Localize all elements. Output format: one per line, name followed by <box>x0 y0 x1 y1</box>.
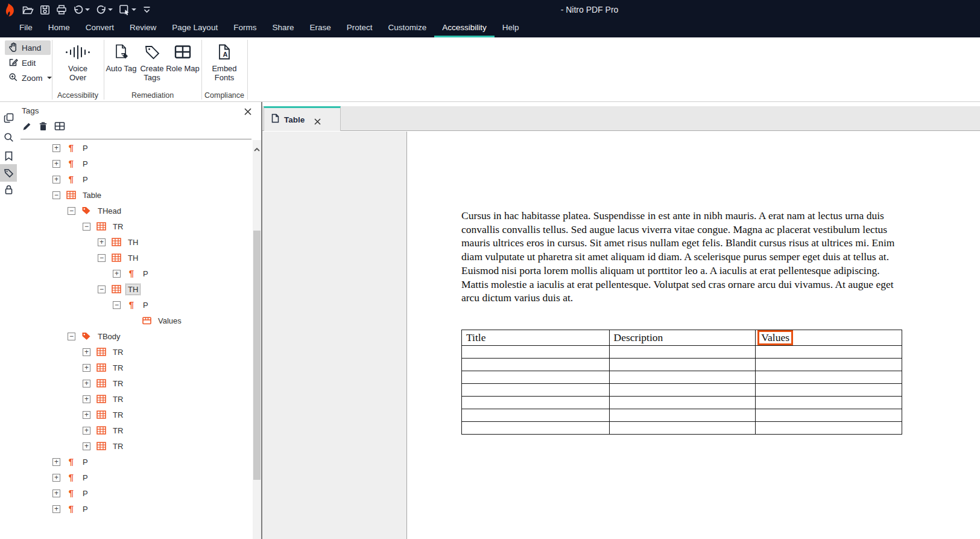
expand-icon[interactable]: + <box>83 364 90 372</box>
document-tab-close-icon[interactable] <box>314 116 321 123</box>
create-tags-button[interactable]: Create Tags <box>134 42 169 82</box>
tags-panel-close-icon[interactable] <box>244 107 252 116</box>
auto-tag-button[interactable]: Auto Tag <box>104 42 139 73</box>
menu-tab-page-layout[interactable]: Page Layout <box>164 19 226 37</box>
document-tab[interactable]: Table <box>264 106 341 131</box>
tree-item-label[interactable]: TH <box>126 284 140 295</box>
collapse-icon[interactable]: − <box>68 333 75 340</box>
tree-item-tr[interactable]: +TR <box>17 360 251 375</box>
undo-dropdown-caret[interactable] <box>85 8 90 13</box>
tree-item-label[interactable]: THead <box>96 206 123 216</box>
table-editor-button[interactable] <box>54 121 65 132</box>
zoom-dropdown-caret[interactable] <box>47 77 52 81</box>
tree-item-label[interactable]: TH <box>126 253 140 263</box>
edit-tool-button[interactable]: Edit <box>5 56 51 70</box>
collapse-icon[interactable]: − <box>98 254 106 262</box>
collapse-icon[interactable]: − <box>98 285 106 293</box>
tree-item-label[interactable]: TR <box>111 347 125 357</box>
tree-item-p[interactable]: +¶P <box>17 501 251 517</box>
tree-item-label[interactable]: P <box>81 143 90 153</box>
menu-tab-customize[interactable]: Customize <box>380 19 434 37</box>
redo-dropdown-caret[interactable] <box>108 8 113 13</box>
tree-item-label[interactable]: P <box>141 269 150 279</box>
tree-item-label[interactable]: TH <box>126 237 140 247</box>
expand-icon[interactable]: + <box>83 380 90 388</box>
collapse-icon[interactable]: − <box>68 207 75 215</box>
tree-item-tr[interactable]: −TR <box>17 218 251 234</box>
tree-scrollbar-thumb[interactable] <box>253 231 261 480</box>
zoom-tool-button[interactable]: Zoom <box>5 71 51 85</box>
tree-item-label[interactable]: TR <box>111 222 125 232</box>
tree-item-p[interactable]: +¶P <box>17 485 251 501</box>
tree-item-label[interactable]: P <box>141 300 150 310</box>
save-button[interactable] <box>40 5 50 15</box>
tree-item-values[interactable]: Values <box>17 313 251 328</box>
tags-panel-button[interactable] <box>4 168 14 178</box>
redo-button[interactable] <box>96 5 113 15</box>
tree-item-label[interactable]: P <box>81 159 90 169</box>
expand-icon[interactable]: + <box>52 160 60 168</box>
collapse-icon[interactable]: − <box>113 301 121 309</box>
menu-tab-share[interactable]: Share <box>264 19 302 37</box>
menu-tab-review[interactable]: Review <box>122 19 164 37</box>
tree-item-p[interactable]: +¶P <box>17 140 251 156</box>
tree-item-tr[interactable]: +TR <box>17 423 251 438</box>
print-button[interactable] <box>56 4 67 15</box>
expand-icon[interactable]: + <box>52 144 60 152</box>
tree-item-label[interactable]: P <box>81 504 90 514</box>
search-panel-button[interactable] <box>4 132 14 142</box>
tree-scrollbar[interactable] <box>253 140 261 539</box>
tree-item-tr[interactable]: +TR <box>17 407 251 423</box>
tree-item-tr[interactable]: +TR <box>17 344 251 360</box>
tree-item-label[interactable]: Table <box>81 190 103 200</box>
role-map-button[interactable]: Role Map <box>165 42 200 73</box>
menu-tab-protect[interactable]: Protect <box>339 19 381 37</box>
tree-item-p[interactable]: +¶P <box>17 454 251 470</box>
snapshot-dropdown-caret[interactable] <box>131 8 136 13</box>
tree-item-label[interactable]: TBody <box>96 331 122 342</box>
pages-panel-button[interactable] <box>4 113 14 123</box>
tree-item-label[interactable]: TR <box>111 378 125 389</box>
scroll-up-icon[interactable] <box>253 145 261 152</box>
tree-item-label[interactable]: P <box>81 488 90 499</box>
security-panel-button[interactable] <box>4 185 14 195</box>
edit-tag-button[interactable] <box>22 121 32 132</box>
tree-item-tr[interactable]: +TR <box>17 391 251 407</box>
tree-item-label[interactable]: TR <box>111 394 125 404</box>
embed-fonts-button[interactable]: A Embed Fonts <box>207 42 242 82</box>
expand-icon[interactable]: + <box>83 411 90 419</box>
tree-item-p[interactable]: −¶P <box>17 297 251 313</box>
tree-item-label[interactable]: P <box>81 457 90 467</box>
snapshot-button[interactable] <box>119 4 136 16</box>
menu-tab-home[interactable]: Home <box>40 19 78 37</box>
expand-icon[interactable]: + <box>52 474 60 482</box>
expand-icon[interactable]: + <box>52 505 60 513</box>
tree-item-tr[interactable]: +TR <box>17 438 251 454</box>
expand-icon[interactable]: + <box>83 395 90 403</box>
tree-item-tbody[interactable]: −TBody <box>17 328 251 344</box>
tree-item-th[interactable]: −TH <box>17 281 251 297</box>
tree-item-label[interactable]: P <box>81 473 90 483</box>
tree-item-label[interactable]: TR <box>111 426 125 436</box>
menu-tab-file[interactable]: File <box>11 19 40 37</box>
expand-icon[interactable]: + <box>83 442 90 450</box>
delete-tag-button[interactable] <box>38 121 48 132</box>
tree-item-th[interactable]: −TH <box>17 250 251 266</box>
hand-tool-button[interactable]: Hand <box>5 40 51 55</box>
menu-tab-convert[interactable]: Convert <box>78 19 122 37</box>
collapse-icon[interactable]: − <box>83 223 90 231</box>
tree-item-label[interactable]: TR <box>111 441 125 451</box>
expand-icon[interactable]: + <box>83 348 90 356</box>
tree-item-tr[interactable]: +TR <box>17 375 251 391</box>
menu-tab-accessibility[interactable]: Accessibility <box>434 19 495 37</box>
tree-item-p[interactable]: +¶P <box>17 171 251 187</box>
tree-item-th[interactable]: +TH <box>17 234 251 250</box>
expand-icon[interactable]: + <box>98 238 106 246</box>
customize-toolbar-button[interactable] <box>142 5 151 14</box>
tree-item-label[interactable]: TR <box>111 363 125 373</box>
tree-item-p[interactable]: +¶P <box>17 266 251 281</box>
tree-item-p[interactable]: +¶P <box>17 156 251 171</box>
expand-icon[interactable]: + <box>83 427 90 435</box>
collapse-icon[interactable]: − <box>52 191 60 199</box>
tree-item-label[interactable]: P <box>81 174 90 185</box>
